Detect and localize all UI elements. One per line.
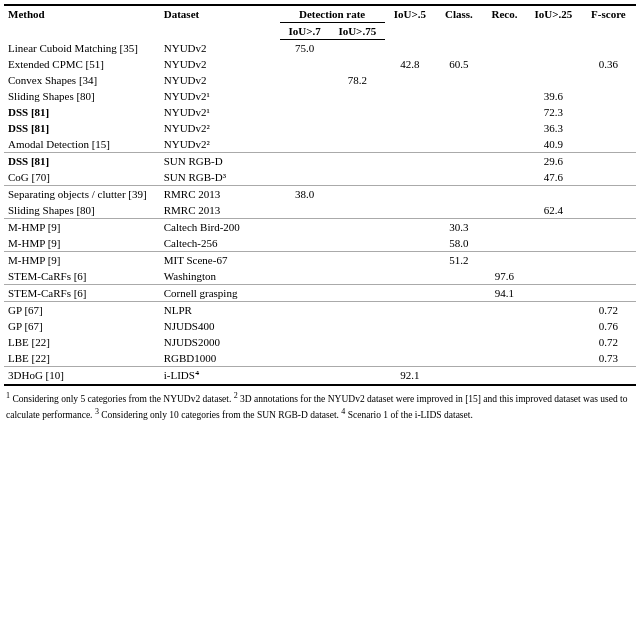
cell-dataset: NYUDv2¹ [160,104,280,120]
cell-dr1 [280,136,330,153]
cell-map [526,40,581,57]
cell-fscore [581,367,636,386]
cell-fscore [581,285,636,302]
cell-class [435,285,483,302]
cell-class [435,120,483,136]
cell-reco [483,56,526,72]
col-header-map: IoU>.25 [526,5,581,40]
table-row: DSS [81]NYUDv2²36.3 [4,120,636,136]
cell-recall [385,153,435,170]
main-container: Method Dataset Detection rate IoU>.5 Cla… [0,0,640,431]
cell-fscore [581,235,636,252]
cell-dr1 [280,268,330,285]
cell-map [526,350,581,367]
cell-map: 36.3 [526,120,581,136]
cell-method: STEM-CaRFs [6] [4,285,160,302]
cell-method: DSS [81] [4,153,160,170]
cell-fscore: 0.72 [581,334,636,350]
cell-class [435,88,483,104]
table-row: LBE [22]RGBD10000.73 [4,350,636,367]
cell-dataset: Washington [160,268,280,285]
cell-recall [385,318,435,334]
cell-fscore [581,252,636,269]
cell-fscore [581,88,636,104]
cell-map [526,334,581,350]
cell-recall [385,285,435,302]
cell-fscore [581,72,636,88]
cell-class [435,202,483,219]
cell-dr1 [280,153,330,170]
cell-fscore: 0.72 [581,302,636,319]
cell-recall [385,235,435,252]
cell-reco [483,104,526,120]
cell-class [435,318,483,334]
cell-map: 47.6 [526,169,581,186]
cell-class [435,169,483,186]
cell-dr2 [330,120,385,136]
cell-dr1 [280,219,330,236]
cell-dr1: 75.0 [280,40,330,57]
cell-fscore [581,120,636,136]
cell-dr1 [280,285,330,302]
cell-map [526,318,581,334]
cell-dataset: Caltech-256 [160,235,280,252]
cell-reco [483,169,526,186]
cell-map [526,56,581,72]
cell-dr2 [330,334,385,350]
cell-fscore: 0.76 [581,318,636,334]
col-header-reco: Reco. [483,5,526,40]
col-header-method: Method [4,5,160,40]
cell-dr2 [330,350,385,367]
cell-dr2 [330,302,385,319]
cell-class [435,367,483,386]
col-header-detection-rate: Detection rate [280,5,385,23]
cell-class [435,104,483,120]
table-row: Amodal Detection [15]NYUDv2²40.9 [4,136,636,153]
table-row: GP [67]NJUDS4000.76 [4,318,636,334]
cell-map [526,235,581,252]
cell-class: 60.5 [435,56,483,72]
cell-dr1 [280,169,330,186]
cell-dr1 [280,56,330,72]
cell-dr1 [280,318,330,334]
cell-method: Amodal Detection [15] [4,136,160,153]
cell-dr1 [280,120,330,136]
cell-fscore [581,136,636,153]
cell-fscore [581,153,636,170]
table-row: 3DHoG [10]i-LIDS⁴92.1 [4,367,636,386]
cell-fscore [581,202,636,219]
cell-recall [385,202,435,219]
cell-dr2 [330,88,385,104]
cell-class [435,186,483,203]
col-header-class: Class. [435,5,483,40]
cell-dataset: NLPR [160,302,280,319]
cell-dr1 [280,202,330,219]
table-row: M-HMP [9]Caltech Bird-20030.3 [4,219,636,236]
cell-recall [385,350,435,367]
cell-dr2 [330,318,385,334]
cell-map: 39.6 [526,88,581,104]
cell-map [526,285,581,302]
cell-dataset: NYUDv2 [160,56,280,72]
cell-reco [483,88,526,104]
table-row: STEM-CaRFs [6]Washington97.6 [4,268,636,285]
cell-recall [385,88,435,104]
cell-recall [385,136,435,153]
cell-recall [385,268,435,285]
cell-reco: 97.6 [483,268,526,285]
cell-method: M-HMP [9] [4,252,160,269]
cell-dr1 [280,104,330,120]
cell-method: Sliding Shapes [80] [4,88,160,104]
cell-fscore [581,268,636,285]
cell-recall: 92.1 [385,367,435,386]
cell-method: CoG [70] [4,169,160,186]
table-row: LBE [22]NJUDS20000.72 [4,334,636,350]
cell-dataset: NJUDS2000 [160,334,280,350]
cell-method: LBE [22] [4,350,160,367]
table-row: Separating objects / clutter [39]RMRC 20… [4,186,636,203]
cell-dataset: NJUDS400 [160,318,280,334]
cell-class [435,153,483,170]
table-row: Extended CPMC [51]NYUDv242.860.50.36 [4,56,636,72]
results-table: Method Dataset Detection rate IoU>.5 Cla… [4,4,636,386]
cell-reco [483,40,526,57]
